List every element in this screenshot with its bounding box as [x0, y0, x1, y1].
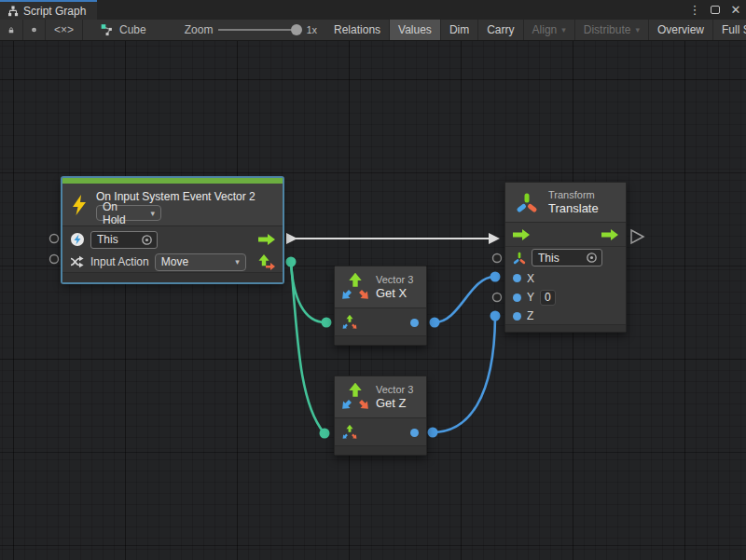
transform-mini-icon[interactable]: [513, 252, 526, 265]
wire-getz-to-z[interactable]: [433, 318, 495, 432]
wire-endpoint-dot: [428, 428, 438, 438]
tab-label: Script Graph: [23, 5, 86, 18]
event-this-field[interactable]: This: [90, 231, 158, 249]
menu-kebab-icon[interactable]: ⋮: [688, 0, 701, 20]
transform-node-category: Transform: [548, 189, 599, 200]
getz-node-footer: [335, 445, 426, 455]
input-action-icon: [70, 255, 85, 268]
script-graph-window: Script Graph ⋮ ✕ <×>: [0, 0, 746, 560]
port-z-dot[interactable]: [513, 312, 521, 321]
event-bolt-icon: [70, 194, 89, 216]
zoom-slider[interactable]: [218, 29, 300, 31]
zoom-value: 1x: [306, 24, 317, 35]
wire-vector2-to-getz[interactable]: [291, 262, 324, 432]
getx-output-dot[interactable]: [410, 319, 419, 327]
event-mode-dropdown[interactable]: On Hold▾: [96, 205, 161, 221]
info-icon: [32, 23, 36, 36]
node-on-input-system-event[interactable]: On Input System Event Vector 2 On Hold▾ …: [62, 177, 283, 283]
toolbar-button-distribute[interactable]: Distribute▾: [575, 20, 649, 40]
getx-node-footer: [335, 335, 426, 345]
zoom-label: Zoom: [185, 23, 214, 36]
graph-canvas[interactable]: On Input System Event Vector 2 On Hold▾ …: [0, 41, 746, 560]
getz-output-dot[interactable]: [410, 429, 419, 437]
port-y-dot[interactable]: [513, 294, 521, 302]
caret-down-icon: ▾: [635, 25, 640, 34]
getx-node-category: Vector 3: [376, 274, 413, 285]
wire-endpoint-dot: [490, 311, 501, 321]
control-output-arrow-icon[interactable]: [601, 229, 618, 240]
transform-this-field[interactable]: This: [532, 249, 602, 266]
input-action-label: Input Action: [90, 255, 149, 268]
info-button[interactable]: [23, 20, 46, 40]
toolbar-button-values[interactable]: Values: [390, 20, 441, 40]
tab-bar: Script Graph ⋮ ✕: [0, 0, 746, 20]
transform-node-title: Translate: [548, 201, 599, 215]
input-action-dropdown[interactable]: Move▾: [155, 253, 246, 271]
tab-script-graph[interactable]: Script Graph: [0, 0, 97, 20]
getx-node-title: Get X: [376, 286, 413, 300]
wire-endpoint-dot: [320, 429, 330, 439]
zoom-slider-knob[interactable]: [291, 24, 302, 35]
transform-control-out-port[interactable]: [631, 230, 643, 243]
node-vector3-get-x[interactable]: Vector 3 Get X: [334, 266, 427, 346]
node-vector3-get-z[interactable]: Vector 3 Get Z: [334, 376, 427, 456]
port-x-dot[interactable]: [513, 274, 521, 282]
target-picker-icon[interactable]: [141, 234, 153, 246]
toolbar-button-fullscreen[interactable]: Full Screen: [713, 20, 746, 40]
toolbar-button-relations[interactable]: Relations: [325, 20, 390, 40]
code-icon: <×>: [54, 23, 74, 36]
target-picker-icon[interactable]: [586, 252, 598, 264]
caret-down-icon: ▾: [561, 25, 566, 34]
graph-name: Cube: [119, 23, 146, 36]
getz-node-title: Get Z: [376, 396, 413, 410]
event-this-input-port[interactable]: [50, 235, 59, 243]
graph-icon: [7, 6, 19, 17]
toolbar-button-dim[interactable]: Dim: [441, 20, 478, 40]
node-transform-translate[interactable]: Transform Translate This: [504, 182, 627, 333]
close-icon[interactable]: ✕: [729, 0, 742, 20]
toolbar-button-align[interactable]: Align▾: [524, 20, 575, 40]
transform-node-footer: [505, 324, 626, 332]
control-input-arrow-icon[interactable]: [513, 229, 530, 240]
getz-node-category: Vector 3: [376, 384, 413, 395]
window-controls: ⋮ ✕: [688, 0, 742, 20]
port-z-label: Z: [527, 309, 533, 322]
port-x-label: X: [527, 272, 534, 285]
vector3-icon: [341, 383, 369, 411]
caret-down-icon: ▾: [235, 257, 240, 266]
event-action-input-port[interactable]: [50, 255, 59, 264]
wire-endpoint-dot: [286, 257, 297, 267]
toolbar: <×> Cube Zoom 1x Relations Values Dim: [0, 20, 746, 41]
transform-y-input-port[interactable]: [493, 294, 502, 302]
transform-this-input-port[interactable]: [493, 254, 502, 263]
port-y-label: Y: [527, 291, 534, 304]
lock-button[interactable]: [0, 20, 23, 40]
port-y-value-field[interactable]: 0: [540, 290, 556, 306]
wire-getx-to-x[interactable]: [435, 277, 494, 322]
vector3-input-port-icon[interactable]: [342, 315, 357, 330]
wire-endpoint-dot: [490, 272, 501, 282]
lock-icon: [8, 24, 14, 36]
vector2-output-icon[interactable]: [258, 253, 275, 271]
toolbar-button-overview[interactable]: Overview: [649, 20, 713, 40]
graph-reference[interactable]: Cube: [83, 20, 155, 40]
zoom-control: Zoom 1x: [155, 20, 325, 40]
maximize-icon[interactable]: [709, 0, 722, 20]
control-output-arrow-icon[interactable]: [258, 234, 275, 245]
control-wire-end-arrow: [489, 233, 500, 244]
vector3-icon: [341, 273, 369, 301]
wire-endpoint-dot: [430, 318, 440, 328]
code-view-button[interactable]: <×>: [46, 20, 83, 40]
caret-down-icon: ▾: [150, 209, 155, 218]
transform-icon: [515, 190, 539, 214]
gameobject-event-icon: [70, 232, 85, 247]
toolbar-button-carry[interactable]: Carry: [478, 20, 523, 40]
wire-endpoint-dot: [322, 318, 332, 328]
event-node-footer: [62, 272, 283, 282]
graph-asset-icon: [100, 23, 114, 36]
vector3-input-port-icon[interactable]: [342, 425, 357, 440]
